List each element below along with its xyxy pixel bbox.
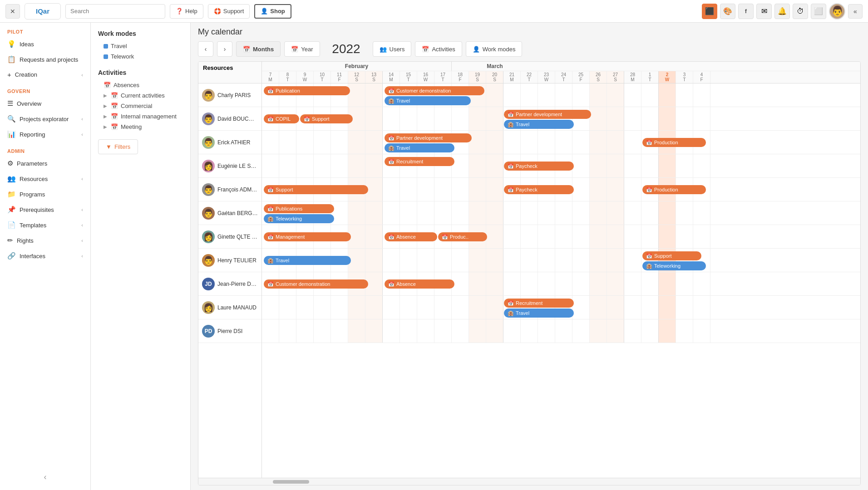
- user-avatar[interactable]: 👨: [829, 3, 845, 20]
- event-david-travel[interactable]: 🏨 Travel: [504, 120, 574, 129]
- expand-icon: ▶: [104, 124, 107, 129]
- workmodes-filter-button[interactable]: 👤 Work modes: [466, 41, 523, 57]
- arrow-icon: ‹: [81, 116, 83, 122]
- activity-commercial[interactable]: ▶ 📅 Commercial: [98, 101, 183, 111]
- activity-internal[interactable]: ▶ 📅 Internal management: [98, 111, 183, 122]
- sidebar-item-label: Reporting: [20, 131, 78, 138]
- event-icon: 📅: [442, 234, 448, 240]
- event-icon: 📅: [388, 159, 395, 165]
- event-charly-demo[interactable]: 📅 Customer demonstration: [385, 86, 484, 95]
- app-logo: IQar: [25, 3, 61, 20]
- calendar-panel: My calendar ‹ › 📅 Months 📅 Yea: [191, 23, 868, 490]
- sidebar-item-resources[interactable]: 👥 Resources ‹: [0, 171, 90, 186]
- close-button[interactable]: ✕: [5, 4, 20, 19]
- search-input[interactable]: [65, 4, 165, 19]
- sidebar-item-templates[interactable]: 📄 Templates ‹: [0, 217, 90, 233]
- event-david-support[interactable]: 📅 Support: [300, 114, 353, 123]
- topbar-collapse-button[interactable]: «: [848, 4, 863, 19]
- shop-button[interactable]: 👤 Shop: [254, 4, 291, 19]
- sidebar-item-reporting[interactable]: 📊 Reporting ‹: [0, 127, 90, 142]
- topbar: ✕ IQar ❓ Help 🛟 Support 👤 Shop ⬛ 🎨 f ✉ 🔔…: [0, 0, 868, 23]
- event-ginette-produc[interactable]: 📅 Produc..: [438, 232, 487, 241]
- horizontal-scrollbar[interactable]: [198, 478, 860, 485]
- event-henry-telework[interactable]: 🏨 Teleworking: [642, 261, 706, 270]
- bg-cells: [262, 319, 710, 343]
- avatar-eugenie: 👩: [202, 160, 215, 172]
- scrollbar-thumb[interactable]: [273, 480, 309, 484]
- event-charly-publication[interactable]: 📅 Publication: [264, 86, 350, 95]
- event-charly-travel[interactable]: 🏨 Travel: [385, 96, 471, 105]
- calendar-body: 👨 Charly PARIS 👨 David BOUCHEX: [198, 83, 860, 478]
- event-david-partner[interactable]: 📅 Partner development: [504, 110, 591, 119]
- event-gaetan-publications[interactable]: 📅 Publications: [264, 204, 334, 213]
- calendar-icon: 📅: [111, 92, 118, 99]
- active-icon-btn[interactable]: ⬛: [702, 4, 717, 19]
- avatar-charly: 👨: [202, 89, 215, 102]
- activities-filter-button[interactable]: 📅 Activities: [415, 41, 462, 57]
- event-gaetan-telework[interactable]: 🏨 Teleworking: [264, 214, 334, 223]
- sidebar-item-interfaces[interactable]: 🔗 Interfaces ‹: [0, 248, 90, 264]
- events-row-henry: 🏨 Travel 📅 Support 🏨 Teleworking: [262, 249, 860, 272]
- users-filter-button[interactable]: 👥 Users: [373, 41, 412, 57]
- event-ginette-absence[interactable]: 📅 Absence: [385, 232, 437, 241]
- name-francois: François ADMINI: [217, 186, 258, 193]
- event-jp-absence[interactable]: 📅 Absence: [385, 279, 454, 289]
- sidebar-collapse-button[interactable]: ‹: [7, 469, 83, 485]
- event-henry-travel[interactable]: 🏨 Travel: [264, 256, 351, 265]
- internal-label: Internal management: [121, 113, 177, 120]
- event-eugenie-recruitment[interactable]: 📅 Recruitment: [385, 157, 454, 166]
- doc-icon: 📄: [7, 221, 16, 229]
- sidebar-item-ideas[interactable]: 💡 Ideas: [0, 36, 90, 52]
- event-erick-travel[interactable]: 🏨 Travel: [385, 143, 454, 152]
- event-jp-demo[interactable]: 📅 Customer demonstration: [264, 279, 368, 289]
- event-erick-production[interactable]: 📅 Production: [642, 138, 706, 147]
- event-erick-partner[interactable]: 📅 Partner development: [385, 133, 472, 142]
- sidebar-item-requests[interactable]: 📋 Requests and projects: [0, 52, 90, 67]
- folder-icon: 📁: [7, 190, 16, 198]
- users-icon: 👥: [380, 46, 387, 53]
- event-david-copil[interactable]: 📅 COPIL: [264, 114, 299, 123]
- event-francois-support[interactable]: 📅 Support: [264, 185, 368, 194]
- sidebar-item-overview[interactable]: ☰ Overview: [0, 96, 90, 111]
- palette-icon-btn[interactable]: 🎨: [720, 4, 735, 19]
- support-button[interactable]: 🛟 Support: [208, 4, 250, 19]
- sidebar-item-parameters[interactable]: ⚙ Parameters: [0, 156, 90, 171]
- users-btn-label: Users: [390, 46, 405, 53]
- sidebar-item-programs[interactable]: 📁 Programs: [0, 186, 90, 202]
- clock-icon-btn[interactable]: ⏱: [793, 4, 808, 19]
- name-gaetan: Gaétan BERGER: [217, 210, 258, 216]
- event-ginette-management[interactable]: 📅 Management: [264, 232, 351, 241]
- mail-icon-btn[interactable]: ✉: [756, 4, 772, 19]
- sidebar-item-creation[interactable]: + Creation ‹: [0, 67, 90, 82]
- prev-button[interactable]: ‹: [198, 41, 213, 57]
- event-francois-paycheck[interactable]: 📅 Paycheck: [504, 185, 574, 194]
- sidebar-item-label: Templates: [20, 222, 78, 229]
- resource-francois: 👨 François ADMINI: [198, 178, 261, 201]
- year-view-button[interactable]: 📅 Year: [284, 41, 320, 57]
- filters-button[interactable]: ▼ Filters: [98, 139, 138, 154]
- meeting-label: Meeting: [121, 123, 142, 130]
- bell-icon-btn[interactable]: 🔔: [774, 4, 790, 19]
- sidebar-item-prerequisites[interactable]: 📌 Prerequisites ‹: [0, 202, 90, 217]
- event-laure-recruitment[interactable]: 📅 Recruitment: [504, 299, 574, 308]
- work-mode-telework[interactable]: Telework: [98, 51, 183, 62]
- activity-absences[interactable]: 📅 Absences: [98, 80, 183, 90]
- facebook-icon-btn[interactable]: f: [738, 4, 754, 19]
- sidebar-item-rights[interactable]: ✏ Rights ‹: [0, 233, 90, 248]
- activity-meeting[interactable]: ▶ 📅 Meeting: [98, 122, 183, 132]
- event-francois-production[interactable]: 📅 Production: [642, 185, 706, 194]
- event-laure-travel[interactable]: 🏨 Travel: [504, 309, 574, 318]
- travel-icon: 🏨: [646, 263, 652, 269]
- bg-cells: [262, 154, 710, 177]
- event-henry-support[interactable]: 📅 Support: [642, 251, 701, 260]
- event-eugenie-paycheck[interactable]: 📅 Paycheck: [504, 162, 574, 171]
- help-label: Help: [185, 8, 197, 15]
- next-button[interactable]: ›: [217, 41, 232, 57]
- window-icon-btn[interactable]: ⬜: [811, 4, 826, 19]
- activity-current[interactable]: ▶ 📅 Current activities: [98, 90, 183, 101]
- sidebar-item-projects[interactable]: 🔍 Projects explorator ‹: [0, 111, 90, 127]
- help-button[interactable]: ❓ Help: [170, 4, 203, 19]
- months-view-button[interactable]: 📅 Months: [236, 41, 281, 57]
- work-mode-travel[interactable]: Travel: [98, 41, 183, 51]
- commercial-label: Commercial: [121, 103, 152, 109]
